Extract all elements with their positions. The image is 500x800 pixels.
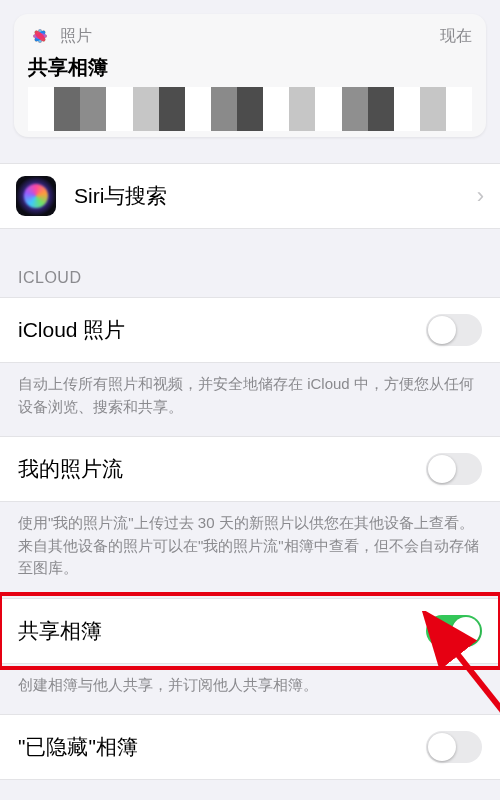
notification-title: 共享相簿	[28, 54, 472, 81]
notification-header: 照片 现在	[28, 24, 472, 48]
footer-icloud-photos: 自动上传所有照片和视频，并安全地储存在 iCloud 中，方便您从任何设备浏览、…	[0, 363, 500, 436]
toggle-icloud-photos[interactable]	[426, 314, 482, 346]
toggle-hidden-album[interactable]	[426, 731, 482, 763]
label-shared-albums: 共享相簿	[18, 617, 426, 645]
section-header-icloud: ICLOUD	[0, 229, 500, 297]
siri-label: Siri与搜索	[74, 182, 477, 210]
footer-shared-albums: 创建相簿与他人共享，并订阅他人共享相簿。	[0, 664, 500, 715]
notification-time: 现在	[440, 26, 472, 47]
toggle-my-photo-stream[interactable]	[426, 453, 482, 485]
chevron-right-icon: ›	[477, 183, 484, 209]
label-hidden-album: "已隐藏"相簿	[18, 733, 426, 761]
notification-card[interactable]: 照片 现在 共享相簿	[14, 14, 486, 137]
notification-app-name: 照片	[60, 26, 432, 47]
toggle-shared-albums[interactable]	[426, 615, 482, 647]
row-my-photo-stream[interactable]: 我的照片流	[0, 436, 500, 502]
row-icloud-photos[interactable]: iCloud 照片	[0, 297, 500, 363]
footer-my-photo-stream: 使用"我的照片流"上传过去 30 天的新照片以供您在其他设备上查看。来自其他设备…	[0, 502, 500, 598]
label-my-photo-stream: 我的照片流	[18, 455, 426, 483]
siri-search-row[interactable]: Siri与搜索 ›	[0, 163, 500, 229]
row-hidden-album[interactable]: "已隐藏"相簿	[0, 714, 500, 780]
siri-icon	[16, 176, 56, 216]
label-icloud-photos: iCloud 照片	[18, 316, 426, 344]
notification-body-redacted	[28, 87, 472, 131]
row-shared-albums[interactable]: 共享相簿	[0, 598, 500, 664]
photos-app-icon	[28, 24, 52, 48]
